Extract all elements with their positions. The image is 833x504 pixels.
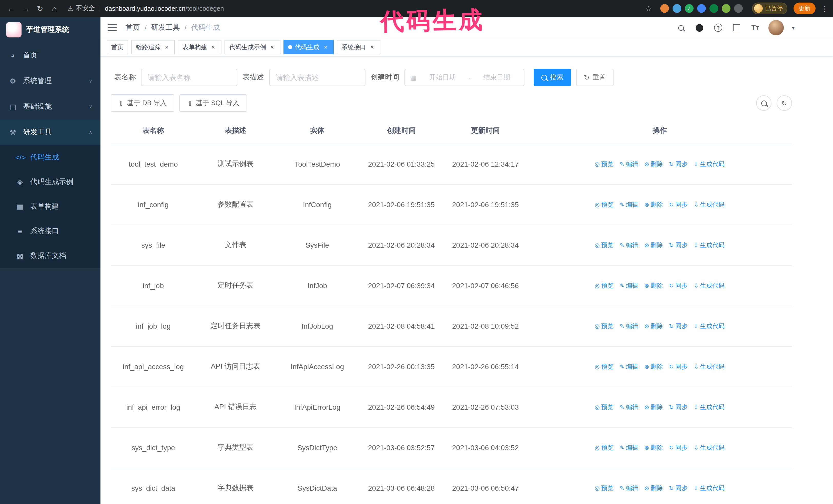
profile-chip[interactable]: 已暂停 <box>752 3 787 14</box>
delete-link[interactable]: ⊗删除 <box>644 322 663 331</box>
card-extension-icon[interactable] <box>709 4 718 13</box>
delete-link[interactable]: ⊗删除 <box>644 484 663 493</box>
tab-tracing[interactable]: 链路追踪 <box>131 40 175 54</box>
reload-icon[interactable]: ↻ <box>34 2 46 15</box>
refresh-button[interactable]: ↻ <box>777 95 792 111</box>
sidebar-item-codegen-example[interactable]: ◈ 代码生成示例 <box>0 170 100 194</box>
puzzle-extension-icon[interactable] <box>734 4 742 13</box>
edit-link[interactable]: ✎编辑 <box>620 160 638 169</box>
hamburger-icon[interactable] <box>108 24 117 31</box>
people-extension-icon[interactable] <box>697 4 706 13</box>
tab-code-generation[interactable]: 代码生成 <box>284 40 334 54</box>
breadcrumb-dev-tools[interactable]: 研发工具 <box>151 23 180 32</box>
delete-link[interactable]: ⊗删除 <box>644 362 663 371</box>
sidebar-item-form-builder[interactable]: ▦ 表单构建 <box>0 194 100 219</box>
search-icon[interactable] <box>676 23 686 33</box>
sidebar-item-code-generation[interactable]: </> 代码生成 <box>0 145 100 170</box>
sync-link[interactable]: ↻同步 <box>669 362 688 371</box>
edit-link[interactable]: ✎编辑 <box>620 484 638 493</box>
sync-link[interactable]: ↻同步 <box>669 443 688 452</box>
reset-button[interactable]: ↻重置 <box>576 69 614 86</box>
bookmark-star-icon[interactable]: ☆ <box>645 4 652 13</box>
fox-extension-icon[interactable] <box>660 4 669 13</box>
preview-link[interactable]: ◎预览 <box>595 484 614 493</box>
preview-link[interactable]: ◎预览 <box>595 322 614 331</box>
generate-code-link[interactable]: ⇩生成代码 <box>694 200 724 209</box>
close-icon[interactable] <box>210 44 217 51</box>
fullscreen-icon[interactable] <box>732 23 742 33</box>
address-bar[interactable]: ⚠ 不安全 | dashboard.yudao.iocoder.cn/tool/… <box>68 4 635 13</box>
delete-link[interactable]: ⊗删除 <box>644 241 663 250</box>
leaf-extension-icon[interactable] <box>721 4 730 13</box>
sidebar-item-system-management[interactable]: ⚙ 系统管理 ∨ <box>0 68 100 94</box>
preview-link[interactable]: ◎预览 <box>595 403 614 412</box>
back-icon[interactable]: ← <box>5 2 18 15</box>
search-button[interactable]: 搜索 <box>533 69 571 86</box>
edit-link[interactable]: ✎编辑 <box>620 403 638 412</box>
table-desc-input[interactable] <box>269 69 365 86</box>
help-icon[interactable]: ? <box>713 23 723 33</box>
edit-link[interactable]: ✎编辑 <box>620 241 638 250</box>
breadcrumb-home[interactable]: 首页 <box>125 23 140 32</box>
delete-link[interactable]: ⊗删除 <box>644 403 663 412</box>
table-name-input[interactable] <box>141 69 237 86</box>
sidebar-item-home[interactable]: ◕ 首页 <box>0 43 100 68</box>
toggle-search-button[interactable] <box>756 95 771 111</box>
sidebar-item-dev-tools[interactable]: ⚒ 研发工具 ∧ <box>0 119 100 145</box>
generate-code-link[interactable]: ⇩生成代码 <box>694 282 724 290</box>
sidebar-item-infrastructure[interactable]: ▤ 基础设施 ∨ <box>0 94 100 119</box>
preview-link[interactable]: ◎预览 <box>595 362 614 371</box>
generate-code-link[interactable]: ⇩生成代码 <box>694 403 724 412</box>
sync-link[interactable]: ↻同步 <box>669 241 688 250</box>
app-logo[interactable]: 芋道管理系统 <box>0 17 100 43</box>
generate-code-link[interactable]: ⇩生成代码 <box>694 160 724 169</box>
sync-link[interactable]: ↻同步 <box>669 322 688 331</box>
preview-link[interactable]: ◎预览 <box>595 241 614 250</box>
github-icon[interactable] <box>695 23 705 33</box>
preview-link[interactable]: ◎预览 <box>595 443 614 452</box>
edit-link[interactable]: ✎编辑 <box>620 200 638 209</box>
sync-link[interactable]: ↻同步 <box>669 200 688 209</box>
avatar-caret-icon[interactable]: ▾ <box>792 25 794 30</box>
browser-home-icon[interactable]: ⌂ <box>48 2 61 15</box>
drop-extension-icon[interactable] <box>672 4 681 13</box>
close-icon[interactable] <box>322 44 329 51</box>
generate-code-link[interactable]: ⇩生成代码 <box>694 322 724 331</box>
tab-form-builder[interactable]: 表单构建 <box>178 40 221 54</box>
delete-link[interactable]: ⊗删除 <box>644 443 663 452</box>
user-avatar[interactable] <box>768 20 784 35</box>
sync-link[interactable]: ↻同步 <box>669 403 688 412</box>
generate-code-link[interactable]: ⇩生成代码 <box>694 362 724 371</box>
sync-link[interactable]: ↻同步 <box>669 484 688 493</box>
generate-code-link[interactable]: ⇩生成代码 <box>694 443 724 452</box>
preview-link[interactable]: ◎预览 <box>595 160 614 169</box>
delete-link[interactable]: ⊗删除 <box>644 160 663 169</box>
edit-link[interactable]: ✎编辑 <box>620 322 638 331</box>
delete-link[interactable]: ⊗删除 <box>644 282 663 290</box>
browser-menu-icon[interactable]: ⋮ <box>821 4 828 13</box>
edit-link[interactable]: ✎编辑 <box>620 282 638 290</box>
font-size-icon[interactable]: TT <box>750 23 760 33</box>
generate-code-link[interactable]: ⇩生成代码 <box>694 484 724 493</box>
sync-link[interactable]: ↻同步 <box>669 160 688 169</box>
close-icon[interactable] <box>368 44 376 51</box>
sidebar-item-db-docs[interactable]: ▩ 数据库文档 <box>0 243 100 268</box>
tab-home[interactable]: 首页 <box>106 40 128 54</box>
tab-system-api[interactable]: 系统接口 <box>337 40 380 54</box>
generate-code-link[interactable]: ⇩生成代码 <box>694 241 724 250</box>
chrome-update-button[interactable]: 更新 <box>793 3 815 14</box>
preview-link[interactable]: ◎预览 <box>595 282 614 290</box>
delete-link[interactable]: ⊗删除 <box>644 200 663 209</box>
import-db-button[interactable]: ⇧基于 DB 导入 <box>111 94 174 112</box>
forward-icon[interactable]: → <box>20 2 32 15</box>
edit-link[interactable]: ✎编辑 <box>620 443 638 452</box>
import-sql-button[interactable]: ⇧基于 SQL 导入 <box>180 94 247 112</box>
insecure-warning[interactable]: ⚠ 不安全 <box>68 4 95 13</box>
preview-link[interactable]: ◎预览 <box>595 200 614 209</box>
close-icon[interactable] <box>163 44 170 51</box>
edit-link[interactable]: ✎编辑 <box>620 362 638 371</box>
check-extension-icon[interactable]: ✓ <box>685 4 693 13</box>
tab-codegen-example[interactable]: 代码生成示例 <box>224 40 280 54</box>
date-range-picker[interactable]: ▦ 开始日期 - 结束日期 <box>404 69 524 86</box>
sidebar-item-system-api[interactable]: ≡ 系统接口 <box>0 219 100 243</box>
